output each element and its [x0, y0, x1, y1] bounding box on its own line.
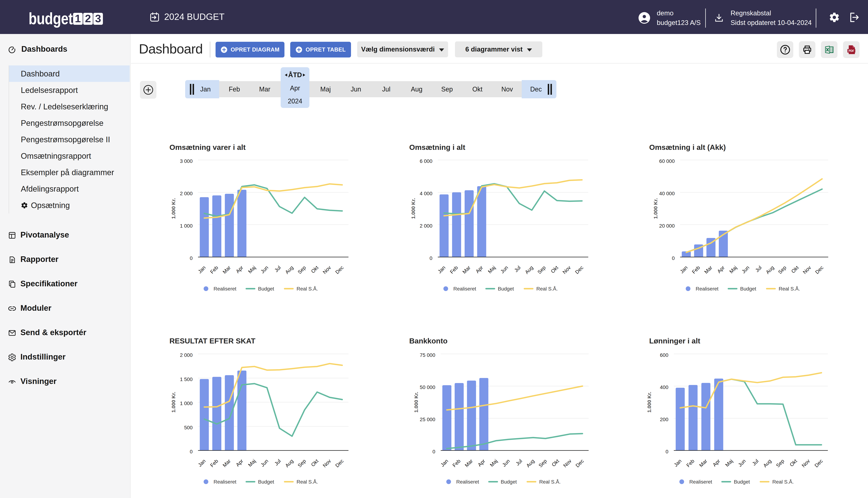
svg-text:PDF: PDF: [848, 49, 854, 52]
svg-text:Real S.Å.: Real S.Å.: [772, 479, 794, 485]
svg-text:Maj: Maj: [489, 458, 498, 468]
svg-text:0: 0: [432, 449, 435, 455]
svg-text:Jan: Jan: [437, 265, 446, 274]
svg-text:Maj: Maj: [724, 458, 734, 468]
svg-text:Apr: Apr: [477, 458, 486, 468]
svg-text:Nov: Nov: [561, 265, 572, 275]
svg-text:Okt: Okt: [789, 458, 798, 468]
svg-text:400: 400: [660, 384, 668, 390]
svg-text:Aug: Aug: [284, 265, 294, 275]
svg-text:25 000: 25 000: [420, 417, 435, 422]
svg-text:Mar: Mar: [464, 458, 474, 468]
svg-text:0: 0: [665, 449, 668, 455]
svg-text:500: 500: [184, 425, 193, 430]
svg-text:Maj: Maj: [487, 265, 496, 274]
svg-text:Jan: Jan: [673, 458, 683, 468]
svg-text:Realiseret: Realiseret: [453, 286, 476, 291]
svg-text:Jun: Jun: [260, 458, 270, 468]
svg-text:75 000: 75 000: [420, 352, 435, 358]
svg-text:Realiseret: Realiseret: [213, 286, 236, 291]
svg-text:Aug: Aug: [524, 265, 534, 275]
svg-text:Sep: Sep: [777, 265, 787, 275]
svg-text:Lønninger i alt: Lønninger i alt: [649, 337, 700, 345]
svg-text:Jun: Jun: [737, 458, 747, 468]
svg-text:Feb: Feb: [685, 458, 696, 468]
svg-text:Aug: Aug: [284, 458, 294, 468]
svg-text:Jan: Jan: [197, 265, 207, 274]
svg-text:1.000 Kr.: 1.000 Kr.: [647, 392, 652, 412]
svg-text:Dec: Dec: [334, 265, 345, 275]
svg-text:2 000: 2 000: [180, 352, 193, 358]
svg-text:Sep: Sep: [536, 265, 547, 275]
svg-text:Real S.Å.: Real S.Å.: [536, 286, 558, 291]
svg-text:Jun: Jun: [500, 265, 509, 274]
svg-text:Sep: Sep: [537, 458, 548, 468]
svg-text:Sep: Sep: [297, 458, 307, 468]
svg-text:Aug: Aug: [525, 458, 535, 468]
svg-text:Real S.Å.: Real S.Å.: [779, 286, 800, 291]
svg-text:Feb: Feb: [691, 265, 701, 275]
svg-text:Jun: Jun: [741, 265, 750, 274]
svg-text:Mar: Mar: [462, 265, 471, 275]
svg-text:20 000: 20 000: [659, 223, 675, 229]
svg-text:Omsætning varer i alt: Omsætning varer i alt: [169, 143, 246, 152]
svg-text:6 000: 6 000: [420, 158, 432, 164]
svg-text:Jan: Jan: [679, 265, 689, 274]
svg-text:1 000: 1 000: [180, 223, 193, 229]
svg-text:Nov: Nov: [562, 458, 572, 468]
svg-text:Nov: Nov: [802, 265, 812, 275]
svg-text:Apr: Apr: [712, 458, 721, 468]
svg-text:Mar: Mar: [222, 458, 232, 468]
svg-text:Sep: Sep: [297, 265, 307, 275]
svg-text:Realiseret: Realiseret: [696, 286, 718, 291]
svg-text:Maj: Maj: [247, 265, 257, 274]
svg-text:Feb: Feb: [209, 458, 219, 468]
svg-text:3 000: 3 000: [180, 158, 193, 164]
svg-text:Feb: Feb: [209, 265, 219, 275]
svg-text:Budget: Budget: [740, 286, 756, 291]
svg-text:50 000: 50 000: [420, 384, 435, 390]
svg-text:Okt: Okt: [310, 265, 320, 274]
svg-text:Okt: Okt: [550, 458, 560, 468]
svg-text:Jul: Jul: [273, 458, 282, 467]
svg-text:Feb: Feb: [451, 458, 462, 468]
svg-text:Dec: Dec: [814, 458, 824, 468]
svg-text:Apr: Apr: [716, 265, 726, 274]
svg-text:40 000: 40 000: [659, 191, 675, 196]
svg-text:4 000: 4 000: [420, 191, 432, 196]
svg-text:60 000: 60 000: [659, 158, 675, 164]
svg-text:2 000: 2 000: [180, 191, 193, 196]
svg-text:1 000: 1 000: [180, 401, 193, 406]
svg-text:RESULTAT EFTER SKAT: RESULTAT EFTER SKAT: [169, 337, 255, 345]
svg-text:Realiseret: Realiseret: [213, 479, 236, 485]
svg-text:Dec: Dec: [814, 265, 825, 275]
svg-text:Maj: Maj: [728, 265, 738, 274]
svg-text:Bankkonto: Bankkonto: [409, 337, 448, 345]
svg-text:Omsætning i alt (Akk): Omsætning i alt (Akk): [649, 143, 726, 152]
svg-text:Budget: Budget: [498, 286, 514, 291]
svg-text:0: 0: [429, 255, 432, 261]
svg-text:1.000 Kr.: 1.000 Kr.: [413, 392, 419, 412]
svg-text:Dec: Dec: [574, 458, 585, 468]
svg-text:Jan: Jan: [197, 458, 207, 468]
svg-text:Real S.Å.: Real S.Å.: [297, 286, 318, 291]
svg-text:2 000: 2 000: [420, 223, 432, 229]
svg-text:Nov: Nov: [801, 458, 811, 468]
svg-text:Sep: Sep: [775, 458, 785, 468]
svg-text:Real S.Å.: Real S.Å.: [539, 479, 560, 485]
svg-text:Jul: Jul: [273, 265, 282, 273]
svg-text:Mar: Mar: [703, 265, 713, 275]
svg-text:0: 0: [672, 255, 675, 261]
svg-text:Jul: Jul: [754, 265, 763, 273]
svg-text:Nov: Nov: [322, 458, 332, 468]
svg-text:Jul: Jul: [513, 265, 522, 273]
svg-text:Apr: Apr: [235, 265, 244, 274]
svg-text:Mar: Mar: [222, 265, 232, 275]
svg-text:Nov: Nov: [322, 265, 332, 275]
svg-text:Real S.Å.: Real S.Å.: [297, 479, 318, 485]
svg-text:Okt: Okt: [550, 265, 559, 274]
svg-text:Jun: Jun: [260, 265, 270, 274]
svg-text:Mar: Mar: [698, 458, 708, 468]
svg-text:Budget: Budget: [258, 286, 274, 291]
svg-text:Maj: Maj: [247, 458, 257, 468]
